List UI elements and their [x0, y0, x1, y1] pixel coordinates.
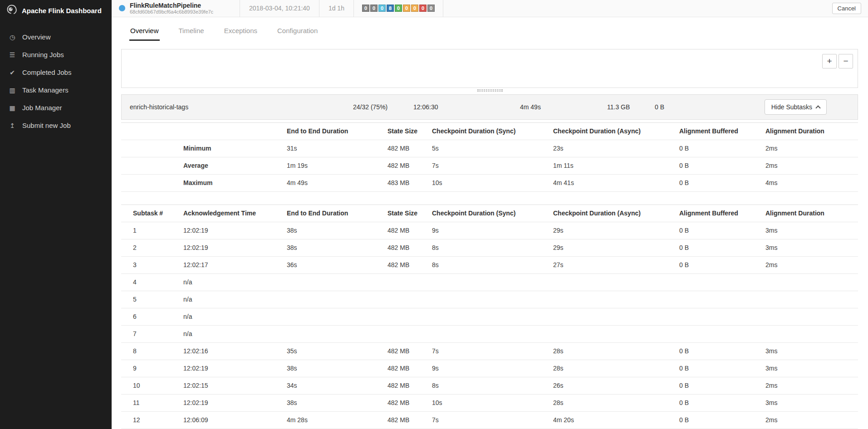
- table-cell: 4ms: [765, 175, 858, 192]
- table-cell: 28s: [553, 343, 679, 360]
- table-cell: 38s: [287, 395, 387, 412]
- checkpoint-summary-table: End to End Duration State Size Checkpoin…: [121, 122, 858, 192]
- tab-exceptions[interactable]: Exceptions: [223, 23, 258, 41]
- table-cell: [287, 291, 387, 308]
- sidebar-item-label: Task Managers: [22, 86, 69, 94]
- status-badge: 0: [362, 5, 369, 12]
- sidebar-item-overview[interactable]: ◷ Overview: [0, 28, 112, 46]
- operator-end-to-end-duration: 4m 49s: [520, 103, 607, 111]
- table-cell: 12:02:19: [183, 360, 287, 377]
- table-cell: 3ms: [765, 343, 858, 360]
- operator-acknowledged: 24/32 (75%): [353, 103, 413, 111]
- table-cell: [679, 326, 765, 343]
- operator-summary-row[interactable]: enrich-historical-tags 24/32 (75%) 12:06…: [121, 94, 858, 120]
- table-cell: 3ms: [765, 239, 858, 257]
- table-cell: 4m 28s: [287, 412, 387, 429]
- table-cell: 482 MB: [387, 360, 432, 377]
- sidebar-header: Apache Flink Dashboard: [0, 0, 112, 21]
- table-row: 5n/a: [121, 291, 858, 308]
- table-cell: [432, 274, 553, 291]
- status-badge: 8: [387, 5, 394, 12]
- column-header: Checkpoint Duration (Async): [553, 205, 679, 222]
- table-row: Maximum4m 49s483 MB10s4m 41s0 B4ms: [121, 175, 858, 192]
- hide-subtasks-label: Hide Subtasks: [771, 103, 812, 111]
- table-cell: [121, 140, 183, 157]
- table-row: Minimum31s482 MB5s23s0 B2ms: [121, 140, 858, 157]
- operator-buffered: 0 B: [655, 103, 765, 111]
- table-row: 212:02:1938s482 MB8s29s0 B3ms: [121, 239, 858, 257]
- tab-timeline[interactable]: Timeline: [178, 23, 205, 41]
- chevron-up-icon: [815, 105, 820, 110]
- sidebar-item-running-jobs[interactable]: ☰ Running Jobs: [0, 46, 112, 63]
- sidebar-item-job-manager[interactable]: ▦ Job Manager: [0, 99, 112, 117]
- page: Apache Flink Dashboard ◷ Overview ☰ Runn…: [0, 0, 868, 429]
- table-cell: 4m 20s: [553, 412, 679, 429]
- table-cell: 28s: [553, 395, 679, 412]
- column-header: Alignment Duration: [765, 205, 858, 222]
- table-cell: [679, 274, 765, 291]
- job-header-bar: FlinkRuleMatchPipeline 68cfd60b67d9bcf6a…: [112, 0, 868, 17]
- table-cell: 2ms: [765, 140, 858, 157]
- job-graph-panel[interactable]: + −: [121, 49, 858, 88]
- status-badge: 0: [411, 5, 418, 12]
- column-header: End to End Duration: [287, 123, 387, 140]
- table-cell: 6: [121, 308, 183, 326]
- table-cell: 0 B: [679, 343, 765, 360]
- panel-resize-handle[interactable]: [477, 89, 503, 92]
- table-cell: 1m 11s: [553, 157, 679, 175]
- sidebar-item-completed-jobs[interactable]: ✔ Completed Jobs: [0, 63, 112, 81]
- table-cell: 482 MB: [387, 157, 432, 175]
- subtasks-header-row: Subtask # Acknowledgement Time End to En…: [121, 205, 858, 222]
- table-row: Average1m 19s482 MB7s1m 11s0 B2ms: [121, 157, 858, 175]
- completed-jobs-icon: ✔: [8, 69, 16, 76]
- table-row: 812:02:1635s482 MB7s28s0 B3ms: [121, 343, 858, 360]
- table-cell: [553, 308, 679, 326]
- hide-subtasks-button[interactable]: Hide Subtasks: [765, 99, 827, 115]
- table-cell: 34s: [287, 377, 387, 395]
- table-cell: 8s: [432, 239, 553, 257]
- table-cell: 483 MB: [387, 175, 432, 192]
- table-cell: [765, 274, 858, 291]
- status-badge: 0: [370, 5, 378, 12]
- summary-header-row: End to End Duration State Size Checkpoin…: [121, 123, 858, 140]
- table-cell: 7s: [432, 412, 553, 429]
- cancel-job-button[interactable]: Cancel: [832, 3, 861, 14]
- table-cell: [765, 326, 858, 343]
- tab-configuration[interactable]: Configuration: [276, 23, 319, 41]
- table-cell: 35s: [287, 343, 387, 360]
- job-tabs: Overview Timeline Exceptions Configurati…: [112, 23, 868, 41]
- job-status-dot-icon: [119, 5, 125, 11]
- table-cell: [679, 291, 765, 308]
- table-cell: 10s: [432, 395, 553, 412]
- table-cell: 0 B: [679, 395, 765, 412]
- table-row: 112:02:1938s482 MB9s29s0 B3ms: [121, 222, 858, 239]
- job-name: FlinkRuleMatchPipeline: [130, 2, 213, 9]
- table-cell: 12:02:15: [183, 377, 287, 395]
- status-badge: 0: [378, 5, 386, 12]
- table-cell: [553, 291, 679, 308]
- table-cell: 482 MB: [387, 257, 432, 274]
- job-start-time: 2018-03-04, 10:21:40: [240, 0, 319, 17]
- sidebar-item-submit-new-job[interactable]: ↥ Submit new Job: [0, 117, 112, 134]
- table-cell: 4m 49s: [287, 175, 387, 192]
- table-cell: [387, 326, 432, 343]
- table-cell: n/a: [183, 326, 287, 343]
- table-cell: 2ms: [765, 377, 858, 395]
- table-cell: 3ms: [765, 222, 858, 239]
- table-row: 7n/a: [121, 326, 858, 343]
- table-cell: 26s: [553, 377, 679, 395]
- operator-name: enrich-historical-tags: [130, 103, 353, 111]
- table-cell: [287, 274, 387, 291]
- sidebar-item-label: Submit new Job: [22, 122, 71, 129]
- zoom-in-button[interactable]: +: [822, 54, 837, 68]
- table-cell: 0 B: [679, 377, 765, 395]
- table-cell: 2ms: [765, 257, 858, 274]
- sidebar-item-task-managers[interactable]: ▥ Task Managers: [0, 81, 112, 99]
- table-cell: 12:02:19: [183, 395, 287, 412]
- tab-overview[interactable]: Overview: [129, 23, 160, 41]
- sidebar-item-label: Job Manager: [22, 104, 62, 112]
- column-header: State Size: [387, 123, 432, 140]
- table-row: 6n/a: [121, 308, 858, 326]
- table-cell: Minimum: [183, 140, 287, 157]
- zoom-out-button[interactable]: −: [839, 54, 853, 68]
